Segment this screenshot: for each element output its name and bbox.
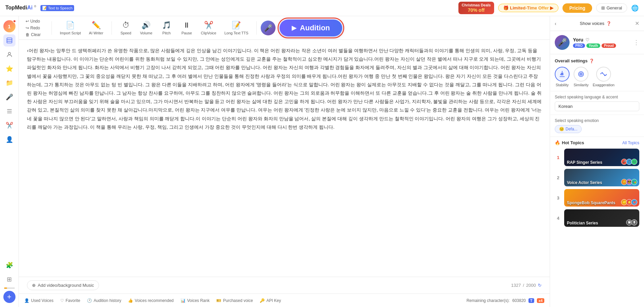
import-label: Import Script bbox=[60, 31, 81, 35]
footer-api-key[interactable]: 🔑 API Key bbox=[260, 298, 281, 303]
sidebar-item-star[interactable]: ⭐ bbox=[3, 63, 15, 75]
footer-audition-history[interactable]: 🕐 Audition history bbox=[87, 298, 121, 303]
audition-button[interactable]: ▶ Audition bbox=[280, 20, 342, 36]
editor-area[interactable]: ‹어린 왕자›는 앙투안 드 생텍쥐페리가 쓴 유명한 작품으로, 많은 사람들… bbox=[19, 40, 550, 277]
voice-card-top: 🎤 Yoru ♡ PRO Youth Proud ⋮ bbox=[555, 35, 639, 50]
exaggeration-control[interactable]: Exaggeration bbox=[593, 67, 615, 87]
stability-control[interactable]: Stability bbox=[555, 67, 570, 87]
purchased-voice-label: Purchased voice bbox=[223, 298, 253, 303]
footer-favorite[interactable]: ♡ Favorite bbox=[60, 298, 80, 303]
recommended-icon: 👍 bbox=[128, 298, 133, 303]
pitch-label: Pitch bbox=[162, 31, 170, 35]
add-music-button[interactable]: ⊕ Add video/background Music bbox=[27, 280, 99, 290]
toolbar-item-longtts[interactable]: 📝 Long Text TTS bbox=[220, 19, 252, 37]
history-icon: 🕐 bbox=[87, 298, 92, 303]
toolbar-item-aiwriter[interactable]: ✏️ AI Writer bbox=[85, 19, 107, 37]
sidebar-add-button[interactable]: + bbox=[3, 291, 15, 303]
voice-name-row: Yoru ♡ bbox=[573, 37, 630, 42]
tts-badge: 📝 Text to Speech bbox=[40, 5, 74, 11]
import-icon: 📄 bbox=[66, 21, 75, 30]
refresh-icon[interactable]: ↻ bbox=[538, 283, 542, 288]
clear-label: Clear bbox=[31, 32, 41, 37]
sidebar-item-clip[interactable]: ✂️ bbox=[3, 119, 15, 131]
sidebar-item-equalizer[interactable] bbox=[3, 105, 15, 117]
sidebar-item-mic[interactable]: 🎤 bbox=[3, 91, 15, 103]
toolbar-item-volume[interactable]: 🔊 Volume bbox=[136, 19, 157, 37]
badge-pro: PRO bbox=[573, 43, 585, 48]
language-select[interactable]: Korean bbox=[555, 101, 639, 111]
topic-card-1[interactable]: 1 RAP Singer Series 🎤 🎵 🎶 bbox=[555, 149, 639, 166]
add-music-label: Add video/background Music bbox=[38, 283, 94, 288]
heart-icon[interactable]: ♡ bbox=[585, 37, 589, 42]
clipvoice-label: ClipVoice bbox=[201, 31, 216, 35]
svg-point-3 bbox=[8, 52, 10, 55]
topic-card-3[interactable]: 3 SpongeBob SquarePants 🧽 ⭐ 🐙 bbox=[555, 189, 639, 207]
fire-icon: 🔥 bbox=[555, 140, 560, 145]
toolbar-item-pitch[interactable]: 🎵 Pitch bbox=[156, 19, 176, 37]
footer-used-voices[interactable]: 👤 Used Voices bbox=[24, 298, 54, 303]
emotion-emoji: 😐 bbox=[559, 127, 564, 131]
xmas-banner[interactable]: Christmas Deals 70% off bbox=[458, 2, 494, 14]
char-separator: / bbox=[523, 283, 524, 288]
sidebar-item-grid[interactable]: ⊞ bbox=[3, 273, 15, 285]
language-globe-button[interactable]: 🌐 bbox=[631, 4, 639, 12]
overall-settings-section: Overall settings ❓ Stability Similarity bbox=[550, 54, 644, 91]
toolbar: ↩ Undo ↪ Redo 🗑 Clear 📄 Import Script ✏️ bbox=[19, 16, 550, 40]
topic-label-1: RAP Singer Series bbox=[567, 160, 602, 165]
play-icon: ▶ bbox=[292, 24, 296, 32]
limited-offer-btn[interactable]: 🎁 Limited-Time Offer ▶ bbox=[498, 4, 558, 12]
pricing-button[interactable]: Pricing bbox=[562, 3, 592, 13]
topic-img-3: SpongeBob SquarePants 🧽 ⭐ 🐙 bbox=[564, 189, 639, 207]
collapse-button[interactable]: ‹ bbox=[555, 21, 556, 26]
topic-bg-4: Politician Series 🏛 🎙 bbox=[564, 209, 639, 227]
toolbar-item-pause[interactable]: ⏸ Pause bbox=[176, 19, 197, 37]
audition-label: Audition bbox=[300, 24, 330, 32]
longtts-icon: 📝 bbox=[232, 21, 241, 30]
similarity-icon bbox=[574, 67, 588, 82]
svg-point-10 bbox=[602, 72, 603, 73]
similarity-control[interactable]: Similarity bbox=[574, 67, 589, 87]
sidebar-item-tts[interactable] bbox=[3, 34, 15, 47]
sidebar-item-user[interactable]: 👤 bbox=[3, 133, 15, 146]
footer-voices-recommended[interactable]: 👍 Voices recommended bbox=[128, 298, 173, 303]
svg-point-11 bbox=[605, 75, 605, 76]
footer-voices-rank[interactable]: 📊 Voices Rank bbox=[181, 298, 210, 303]
char-current: 1327 bbox=[511, 283, 521, 288]
remaining-value: 603820 bbox=[512, 298, 526, 303]
voice-more-icon[interactable]: ⋮ bbox=[633, 39, 639, 46]
panel-close-button[interactable]: ✕ bbox=[635, 20, 639, 27]
toolbar-item-speed[interactable]: ⏱ Speed bbox=[116, 19, 136, 37]
favorite-icon: ♡ bbox=[60, 298, 64, 303]
show-voices-button[interactable]: Show voices ❓ bbox=[580, 21, 611, 26]
api-icon: 🔑 bbox=[260, 298, 265, 303]
general-button[interactable]: ⊞ General bbox=[596, 3, 627, 12]
show-voices-label: Show voices bbox=[580, 21, 604, 26]
undo-button[interactable]: ↩ Undo bbox=[24, 18, 42, 24]
topic-card-4[interactable]: 4 Politician Series 🏛 🎙 bbox=[555, 209, 639, 227]
grid-icon: ⊞ bbox=[601, 5, 605, 10]
settings-title-text: Overall settings bbox=[555, 58, 588, 63]
sidebar-item-voice[interactable] bbox=[3, 49, 15, 61]
topic-num-2: 2 bbox=[555, 175, 561, 180]
toolbar-item-import[interactable]: 📄 Import Script bbox=[56, 19, 85, 37]
voice-info: Yoru ♡ PRO Youth Proud bbox=[573, 37, 630, 48]
settings-help-icon: ❓ bbox=[589, 59, 594, 63]
topic-card-2[interactable]: 2 Voice Actor Series 😊 😎 🎭 bbox=[555, 169, 639, 186]
general-label: General bbox=[607, 5, 622, 10]
footer-purchased-voice[interactable]: 🎫 Purchased voice bbox=[216, 298, 253, 303]
settings-icons-row: Stability Similarity Exaggeration bbox=[555, 67, 639, 87]
voice-avatar[interactable]: 🎤 bbox=[261, 21, 276, 35]
badge-youth: Youth bbox=[586, 43, 601, 48]
toolbar-item-clipvoice[interactable]: ✂️ ClipVoice bbox=[197, 19, 220, 37]
badge-t: T bbox=[528, 298, 534, 303]
aiwriter-icon: ✏️ bbox=[92, 21, 101, 30]
user-avatar[interactable]: 1 bbox=[3, 20, 15, 32]
all-topics-link[interactable]: All Topics bbox=[622, 141, 639, 145]
redo-button[interactable]: ↪ Redo bbox=[24, 25, 42, 31]
sidebar-item-puzzle[interactable]: 🧩 bbox=[3, 259, 15, 271]
editor-text: ‹어린 왕자›는 앙투안 드 생텍쥐페리가 쓴 유명한 작품으로, 많은 사람들… bbox=[27, 47, 542, 131]
emotion-select-button[interactable]: 😐 Defa... bbox=[555, 125, 582, 133]
hot-topics-section: 🔥 Hot Topics All Topics 1 RAP Singer Ser… bbox=[550, 137, 644, 307]
clear-button[interactable]: 🗑 Clear bbox=[24, 32, 42, 38]
sidebar-item-folder[interactable]: 📁 bbox=[3, 77, 15, 89]
